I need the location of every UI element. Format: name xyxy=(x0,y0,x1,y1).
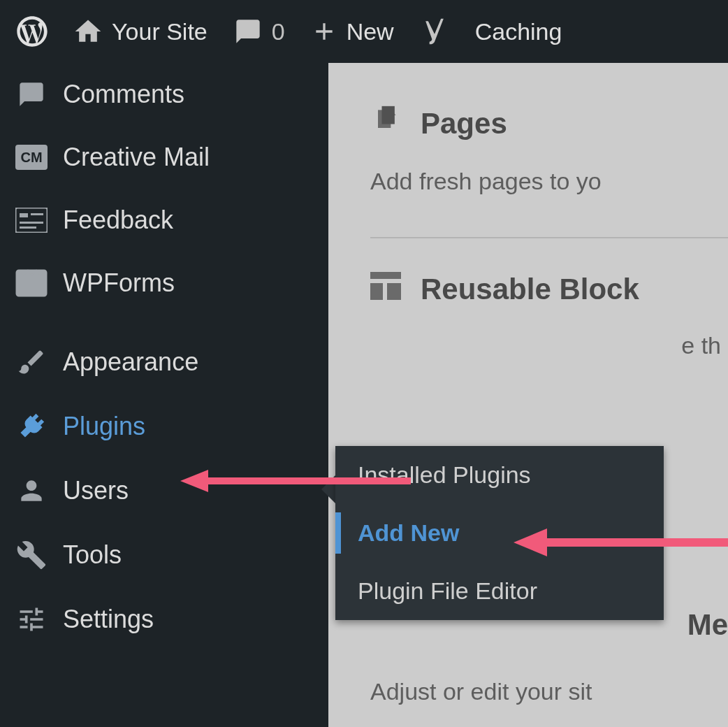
sidebar-item-label: Appearance xyxy=(63,347,198,377)
svg-rect-5 xyxy=(20,222,43,224)
sidebar-item-label: Plugins xyxy=(63,412,145,441)
sidebar-item-comments[interactable]: Comments xyxy=(0,63,328,126)
new-label: New xyxy=(347,18,394,45)
adjust-text: Adjust or edit your sit xyxy=(370,678,592,705)
wordpress-icon xyxy=(14,13,50,50)
new-content-link[interactable]: New xyxy=(298,0,407,63)
brush-icon xyxy=(15,347,48,377)
yoast-icon xyxy=(419,16,450,47)
site-name: Your Site xyxy=(112,18,208,45)
sidebar-item-creative-mail[interactable]: CM Creative Mail xyxy=(0,126,328,189)
svg-rect-15 xyxy=(387,283,401,300)
annotation-arrow-plugins xyxy=(180,467,411,495)
annotation-arrow-add-new xyxy=(514,526,728,559)
svg-marker-17 xyxy=(180,470,208,492)
sidebar-item-label: Settings xyxy=(63,605,154,634)
sidebar-item-label: Tools xyxy=(63,540,122,570)
site-home-link[interactable]: Your Site xyxy=(60,0,220,63)
menu-partial-title: Me xyxy=(687,608,728,642)
user-icon xyxy=(15,475,48,506)
creative-mail-icon: CM xyxy=(15,145,48,170)
svg-marker-19 xyxy=(514,528,547,556)
caching-link[interactable]: Caching xyxy=(463,0,575,63)
comments-link[interactable]: 0 xyxy=(220,0,298,63)
wrench-icon xyxy=(15,540,48,570)
svg-rect-3 xyxy=(20,213,28,217)
reusable-block-icon xyxy=(370,272,401,307)
svg-rect-14 xyxy=(370,283,383,300)
home-icon xyxy=(73,16,103,47)
sidebar-item-label: Feedback xyxy=(63,206,173,235)
reusable-title: Reusable Block xyxy=(421,273,639,306)
pages-icon xyxy=(370,105,401,143)
wp-logo[interactable] xyxy=(8,0,60,63)
pages-title: Pages xyxy=(421,107,507,141)
yoast-link[interactable] xyxy=(407,0,463,63)
sidebar-item-tools[interactable]: Tools xyxy=(0,523,328,587)
wpforms-icon xyxy=(15,269,48,297)
svg-text:CM: CM xyxy=(20,150,42,165)
feedback-icon xyxy=(15,208,48,233)
sidebar-item-appearance[interactable]: Appearance xyxy=(0,330,328,394)
divider xyxy=(370,237,728,238)
reusable-partial-text: e th xyxy=(370,332,728,359)
plus-icon xyxy=(310,17,338,45)
main-content: Pages Add fresh pages to yo Reusable Blo… xyxy=(328,63,728,727)
svg-rect-4 xyxy=(31,213,43,215)
svg-rect-12 xyxy=(382,106,395,124)
sidebar-separator xyxy=(0,315,328,330)
svg-rect-13 xyxy=(370,272,401,279)
sidebar-item-feedback[interactable]: Feedback xyxy=(0,189,328,252)
sidebar-item-label: Creative Mail xyxy=(63,143,210,172)
submenu-label: Plugin File Editor xyxy=(358,577,537,604)
sidebar-item-wpforms[interactable]: WPForms xyxy=(0,252,328,315)
sidebar-item-label: Comments xyxy=(63,80,184,109)
comment-count: 0 xyxy=(272,18,285,45)
admin-sidebar: Comments CM Creative Mail Feedback WPFor… xyxy=(0,63,328,727)
svg-rect-2 xyxy=(15,208,48,233)
submenu-label: Add New xyxy=(358,519,459,546)
svg-rect-6 xyxy=(20,226,36,229)
sliders-icon xyxy=(15,604,48,635)
caching-label: Caching xyxy=(475,18,562,45)
submenu-plugin-file-editor[interactable]: Plugin File Editor xyxy=(335,562,664,620)
pages-widget: Pages Add fresh pages to yo xyxy=(370,105,728,195)
sidebar-item-label: Users xyxy=(63,476,129,505)
comment-icon xyxy=(233,17,263,45)
sidebar-item-plugins[interactable]: Plugins xyxy=(0,394,328,459)
comment-icon xyxy=(15,80,48,108)
sidebar-item-label: WPForms xyxy=(63,268,175,298)
sidebar-item-settings[interactable]: Settings xyxy=(0,587,328,652)
reusable-blocks-widget: Reusable Block e th xyxy=(370,272,728,359)
pages-description: Add fresh pages to yo xyxy=(370,168,728,195)
plug-icon xyxy=(15,411,48,442)
admin-bar: Your Site 0 New Caching xyxy=(0,0,728,63)
